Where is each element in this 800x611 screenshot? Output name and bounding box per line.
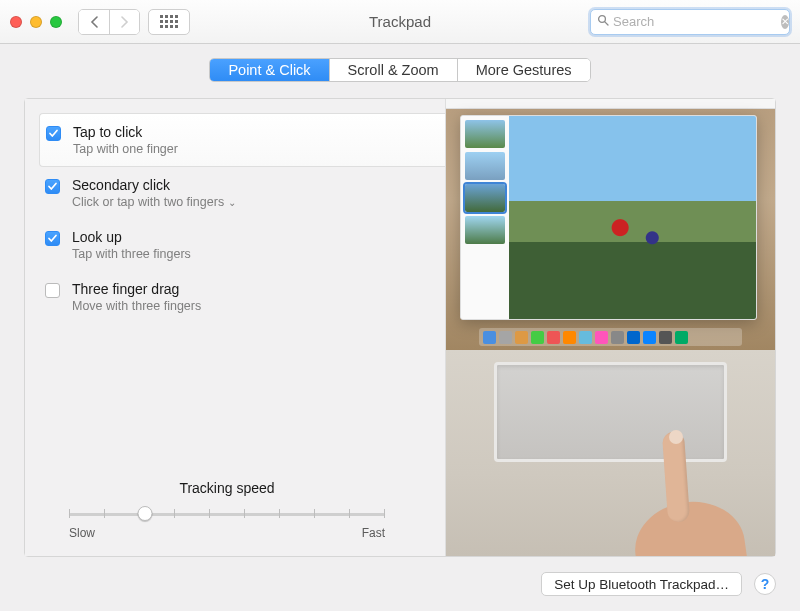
slider-min-label: Slow bbox=[69, 526, 95, 540]
option-subtitle: Click or tap with two fingers ⌄ bbox=[72, 195, 236, 209]
option-subtitle: Move with three fingers bbox=[72, 299, 201, 313]
checkbox-three-finger-drag[interactable] bbox=[45, 283, 60, 298]
tab-bar: Point & Click Scroll & Zoom More Gesture… bbox=[0, 44, 800, 98]
option-title: Three finger drag bbox=[72, 281, 201, 297]
options-pane: Tap to click Tap with one finger Seconda… bbox=[25, 99, 445, 556]
tab-point-and-click[interactable]: Point & Click bbox=[210, 59, 328, 81]
svg-line-1 bbox=[605, 22, 608, 25]
forward-button[interactable] bbox=[109, 10, 139, 34]
option-look-up[interactable]: Look up Tap with three fingers bbox=[39, 219, 445, 271]
slider-max-label: Fast bbox=[362, 526, 385, 540]
checkbox-tap-to-click[interactable] bbox=[46, 126, 61, 141]
help-icon: ? bbox=[761, 576, 770, 592]
tracking-speed-block: Tracking speed Slow Fast bbox=[39, 470, 445, 540]
setup-bluetooth-trackpad-button[interactable]: Set Up Bluetooth Trackpad… bbox=[541, 572, 742, 596]
search-icon bbox=[597, 14, 609, 29]
tab-more-gestures[interactable]: More Gestures bbox=[457, 59, 590, 81]
preferences-window: Trackpad ✕ Point & Click Scroll & Zoom M… bbox=[0, 0, 800, 611]
search-input[interactable] bbox=[613, 14, 781, 29]
search-field-wrap: ✕ bbox=[590, 9, 790, 35]
window-controls bbox=[10, 16, 62, 28]
option-secondary-click[interactable]: Secondary click Click or tap with two fi… bbox=[39, 167, 445, 219]
preview-app-window bbox=[460, 115, 757, 320]
preview-dock bbox=[479, 328, 742, 346]
titlebar: Trackpad ✕ bbox=[0, 0, 800, 44]
option-tap-to-click[interactable]: Tap to click Tap with one finger bbox=[39, 113, 445, 167]
gesture-preview bbox=[445, 99, 775, 556]
nav-back-forward bbox=[78, 9, 140, 35]
option-title: Look up bbox=[72, 229, 191, 245]
content-area: Point & Click Scroll & Zoom More Gesture… bbox=[0, 44, 800, 611]
back-button[interactable] bbox=[79, 10, 109, 34]
chevron-right-icon bbox=[120, 16, 129, 28]
help-button[interactable]: ? bbox=[754, 573, 776, 595]
option-title: Tap to click bbox=[73, 124, 178, 140]
tracking-speed-slider[interactable] bbox=[69, 502, 385, 522]
checkbox-look-up[interactable] bbox=[45, 231, 60, 246]
close-window-button[interactable] bbox=[10, 16, 22, 28]
option-subtitle: Tap with one finger bbox=[73, 142, 178, 156]
settings-panel: Tap to click Tap with one finger Seconda… bbox=[24, 98, 776, 557]
show-all-button[interactable] bbox=[148, 9, 190, 35]
chevron-left-icon bbox=[90, 16, 99, 28]
chevron-down-icon[interactable]: ⌄ bbox=[228, 197, 236, 208]
option-subtitle: Tap with three fingers bbox=[72, 247, 191, 261]
option-title: Secondary click bbox=[72, 177, 236, 193]
footer: Set Up Bluetooth Trackpad… ? bbox=[0, 557, 800, 611]
option-three-finger-drag[interactable]: Three finger drag Move with three finger… bbox=[39, 271, 445, 323]
slider-knob[interactable] bbox=[137, 506, 152, 521]
preview-desktop bbox=[446, 99, 775, 350]
hand-illustration bbox=[595, 442, 755, 556]
minimize-window-button[interactable] bbox=[30, 16, 42, 28]
checkbox-secondary-click[interactable] bbox=[45, 179, 60, 194]
tab-scroll-and-zoom[interactable]: Scroll & Zoom bbox=[329, 59, 457, 81]
preview-trackpad-area bbox=[446, 350, 775, 556]
grid-icon bbox=[160, 15, 178, 28]
tracking-speed-label: Tracking speed bbox=[69, 480, 385, 496]
clear-search-button[interactable]: ✕ bbox=[781, 15, 789, 29]
zoom-window-button[interactable] bbox=[50, 16, 62, 28]
